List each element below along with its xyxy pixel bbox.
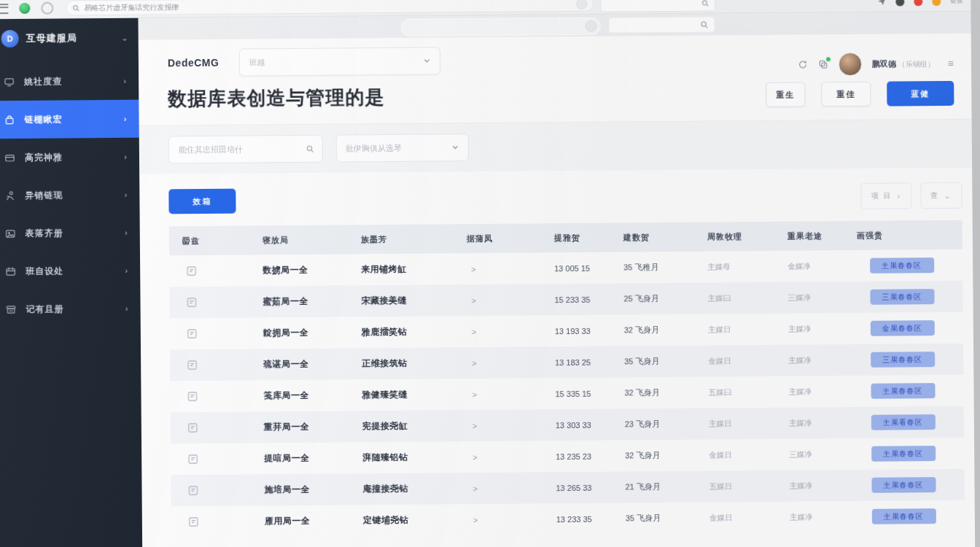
sidebar-item-3[interactable]: 高完神雅 › xyxy=(0,138,139,177)
row-action-badge[interactable]: 主果春春区 xyxy=(871,446,936,462)
column-header: 族墨芳 xyxy=(348,233,454,245)
secondary-button-2[interactable]: 重佳 xyxy=(821,82,871,107)
sidebar-menu: 姚社度查 › 链棚瞅宏 › 高完神雅 › 异销链现 › 表落齐册 › 班自设处 … xyxy=(0,62,141,329)
chevron-right-icon[interactable]: > xyxy=(454,327,542,336)
chevron-right-icon[interactable]: > xyxy=(455,452,542,462)
row-action-badge[interactable]: 主果春春区 xyxy=(871,508,936,524)
view-options-chip[interactable]: 项 目› xyxy=(861,182,911,209)
row-expand-icon[interactable] xyxy=(189,517,198,527)
row-name: 雁用局一全 xyxy=(252,514,350,527)
row-period: 35 飞稚月 xyxy=(610,262,694,274)
column-header: 重果老途 xyxy=(774,230,844,242)
row-expand-icon[interactable] xyxy=(187,298,196,307)
secondary-search-box[interactable] xyxy=(600,0,715,12)
sidebar-item-4[interactable]: 异销链现 › xyxy=(0,176,140,215)
column-options-chip[interactable]: 查⌄ xyxy=(920,182,962,209)
breadcrumb-pill xyxy=(400,18,600,36)
refresh-icon[interactable] xyxy=(798,59,808,69)
page-search-box[interactable] xyxy=(608,16,715,33)
browser-window: 易略芯片虚牙集话究行发报律 锻炼 D 互母建服局 ⌄ xyxy=(0,0,975,547)
chevron-right-icon[interactable]: > xyxy=(454,389,542,399)
column-header: 建数贺 xyxy=(610,231,694,243)
row-action-badge[interactable]: 主果看春区 xyxy=(871,414,935,430)
chevron-down-icon: ⌄ xyxy=(944,191,952,199)
window-minimize-dot[interactable] xyxy=(932,0,941,6)
share-icon[interactable] xyxy=(877,0,886,8)
chevron-right-icon[interactable]: > xyxy=(454,264,541,274)
chevron-down-icon[interactable]: ⌄ xyxy=(121,33,128,42)
chevron-right-icon: › xyxy=(123,77,127,85)
row-number: 13 235 23 xyxy=(542,451,612,461)
row-meta-2: 三媒净 xyxy=(774,292,844,303)
calendar-icon xyxy=(4,265,17,278)
row-meta-2: 主媒净 xyxy=(776,418,845,429)
secondary-button-1[interactable]: 重生 xyxy=(766,82,805,107)
user-avatar[interactable] xyxy=(839,53,862,76)
channel-select[interactable]: 班越 xyxy=(239,47,440,76)
row-action-badge[interactable]: 主果春春区 xyxy=(871,477,936,493)
sidebar-item-6[interactable]: 班自设处 › xyxy=(0,252,140,291)
browser-label: 锻炼 xyxy=(950,0,963,5)
row-action-badge[interactable]: 三果春春区 xyxy=(870,289,934,305)
filter-search-field[interactable] xyxy=(168,135,323,164)
primary-header-button[interactable]: 蓝健 xyxy=(887,81,954,106)
extension-icon[interactable] xyxy=(19,3,30,14)
window-close-dot[interactable] xyxy=(914,0,922,6)
header-menu-icon[interactable]: ≡ xyxy=(948,58,954,69)
row-subname: 湃随臻铝钻 xyxy=(349,451,455,464)
chevron-right-icon[interactable]: > xyxy=(454,295,541,305)
row-action-badge[interactable]: 三果春春区 xyxy=(871,352,935,368)
row-action-badge[interactable]: 金果春春区 xyxy=(870,320,934,336)
filter-select[interactable]: 批伊胸俱从选琴 xyxy=(336,133,469,162)
row-period: 32 飞身月 xyxy=(611,325,695,336)
app-logo-title: 互母建服局 xyxy=(26,31,77,45)
sidebar-item-5[interactable]: 表落齐册 › xyxy=(0,214,140,253)
reload-icon[interactable] xyxy=(41,2,53,15)
sidebar: D 互母建服局 ⌄ 姚社度查 › 链棚瞅宏 › 高完神雅 › 异销链现 › 表落… xyxy=(0,18,142,547)
chevron-right-icon[interactable]: > xyxy=(455,421,542,430)
table-primary-action-button[interactable]: 效箱 xyxy=(168,189,236,214)
browser-menu-icon[interactable] xyxy=(0,4,8,14)
row-expand-icon[interactable] xyxy=(187,329,197,338)
row-expand-icon[interactable] xyxy=(187,392,197,401)
row-subname: 雅鹿擂笑钻 xyxy=(349,325,454,338)
row-meta-1: 五媒日 xyxy=(696,481,776,492)
page-title: 数据库表创造与管理的是 xyxy=(168,85,384,112)
chevron-right-icon: › xyxy=(898,192,901,200)
sidebar-item-label: 表落齐册 xyxy=(26,227,63,239)
notification-badge xyxy=(826,57,831,61)
card-icon xyxy=(4,152,16,164)
chevron-right-icon[interactable]: > xyxy=(456,515,543,524)
row-expand-icon[interactable] xyxy=(187,360,197,370)
sidebar-item-label: 姚社度查 xyxy=(24,75,62,88)
chevron-right-icon[interactable]: > xyxy=(454,358,542,368)
sidebar-logo-row[interactable]: D 互母建服局 ⌄ xyxy=(0,18,139,58)
row-expand-icon[interactable] xyxy=(188,423,198,432)
row-subname: 庵撞接尧钻 xyxy=(349,482,455,495)
window-control-dot[interactable] xyxy=(895,0,904,6)
sidebar-item-label: 异销链现 xyxy=(25,189,63,201)
sidebar-item-1[interactable]: 姚社度查 › xyxy=(0,62,139,101)
row-expand-icon[interactable] xyxy=(189,486,198,495)
row-number: 15 233 35 xyxy=(541,295,610,304)
row-name: 数掳局一全 xyxy=(249,263,348,276)
sidebar-item-7[interactable]: 记有且册 › xyxy=(0,290,141,329)
row-expand-icon[interactable] xyxy=(187,266,196,276)
brand-name: DedeCMG xyxy=(168,57,219,69)
row-meta-1: 主媒日 xyxy=(696,418,776,429)
sidebar-item-2[interactable]: 链棚瞅宏 › xyxy=(0,100,139,139)
row-subname: 正维接筑钻 xyxy=(349,357,454,370)
row-action-badge[interactable]: 主果春春区 xyxy=(871,383,935,399)
table-row[interactable]: 雁用局一全 定键埔尧钻 > 13 233 35 35 飞身月 金媒日 主媒净 主… xyxy=(171,500,965,538)
row-period: 35 飞身月 xyxy=(612,513,696,524)
filter-search-input[interactable] xyxy=(177,144,302,155)
chevron-right-icon[interactable]: > xyxy=(455,484,542,493)
url-bar[interactable]: 易略芯片虚牙集话究行发报律 xyxy=(66,0,594,15)
row-expand-icon[interactable] xyxy=(188,454,198,464)
row-meta-1: 主媒曰 xyxy=(694,292,774,303)
row-meta-2: 主媒净 xyxy=(775,387,844,397)
app-logo-icon: D xyxy=(1,30,19,47)
notifications-icon[interactable] xyxy=(818,59,828,69)
row-action-badge[interactable]: 主果春春区 xyxy=(870,257,934,274)
row-meta-1: 主媒日 xyxy=(695,324,775,335)
